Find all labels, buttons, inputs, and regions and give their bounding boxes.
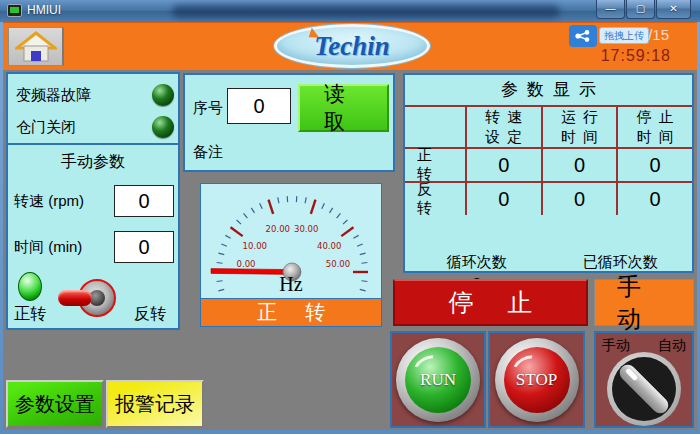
toggle-lever — [58, 290, 92, 306]
brand-logo-text: Techin — [314, 31, 390, 62]
cell-fwd-stoptime: 0 — [616, 147, 692, 181]
gauge-dial: 0.0010.0020.0030.0040.0050.00 Hz — [201, 184, 381, 298]
door-closed-row: 仓门关闭 — [16, 115, 174, 139]
mode-switch-panel: 手动 自动 — [594, 331, 694, 428]
speed-label: 转速 (rpm) — [14, 192, 84, 211]
mode-rotary-switch[interactable] — [607, 352, 681, 426]
home-button[interactable] — [8, 27, 64, 66]
switch-auto-label: 自动 — [658, 337, 686, 355]
cloud-share-icon[interactable] — [569, 25, 597, 47]
col-header-line: 运行 — [554, 107, 605, 127]
col-header-runtime: 运行 时间 — [541, 105, 617, 147]
gauge-unit-label: Hz — [201, 273, 381, 296]
brand-logo: Techin — [274, 24, 430, 68]
panel-divider — [8, 143, 178, 145]
serial-label: 序号 — [193, 99, 223, 118]
main-content: Techin 拖拽上传 /15 17:59:18 变频器故障 仓门关闭 — [3, 22, 697, 430]
reverse-label: 反转 — [134, 304, 166, 325]
forward-label: 正转 — [14, 304, 46, 325]
read-button[interactable]: 读取 — [298, 84, 389, 132]
time-field-row: 时间 (min) 0 — [14, 230, 174, 264]
inverter-fault-indicator — [152, 84, 174, 106]
stop-button-cap: STOP — [504, 347, 570, 413]
cell-rev-stoptime: 0 — [616, 181, 692, 215]
stop-button-panel: STOP — [488, 331, 585, 428]
header-bar: Techin 拖拽上传 /15 17:59:18 — [3, 22, 697, 70]
row-label-forward: 正转 — [405, 147, 465, 181]
table-corner-cell — [405, 105, 465, 147]
svg-text:10.00: 10.00 — [243, 241, 267, 251]
title-bar: HMIUI — ▢ ✕ — [0, 0, 700, 22]
param-display-panel: 参数显示 转速 设定 运行 时间 停止 时间 正转 0 0 0 — [403, 73, 694, 273]
close-button[interactable]: ✕ — [656, 0, 691, 19]
inverter-fault-label: 变频器故障 — [16, 86, 91, 105]
speed-input[interactable]: 0 — [114, 185, 174, 217]
minimize-button[interactable]: — — [596, 0, 625, 19]
time-input[interactable]: 0 — [114, 231, 174, 263]
direction-toggle-switch[interactable] — [58, 278, 116, 318]
alarm-record-button[interactable]: 报警记录 — [106, 380, 204, 428]
app-icon — [7, 4, 22, 17]
window-controls: — ▢ ✕ — [595, 0, 691, 19]
rotary-handle — [616, 361, 671, 416]
row-label-reverse: 反转 — [405, 181, 465, 215]
cell-fwd-speed: 0 — [465, 147, 541, 181]
col-header-line: 设定 — [478, 127, 529, 147]
col-header-line: 时间 — [630, 127, 681, 147]
door-closed-indicator — [152, 116, 174, 138]
cycle-count-label: 循环次数 — [405, 253, 549, 272]
manual-mode-button[interactable]: 手动 — [594, 279, 694, 326]
run-button-panel: RUN — [390, 331, 486, 428]
cell-rev-runtime: 0 — [541, 181, 617, 215]
svg-text:50.00: 50.00 — [326, 259, 350, 269]
col-header-stoptime: 停止 时间 — [616, 105, 692, 147]
cycled-count-label: 已循环次数 — [549, 253, 693, 272]
cell-rev-speed: 0 — [465, 181, 541, 215]
svg-text:40.00: 40.00 — [317, 241, 341, 251]
param-table: 转速 设定 运行 时间 停止 时间 正转 0 0 0 反转 0 0 0 — [405, 105, 692, 215]
home-icon — [15, 31, 57, 63]
page-indicator: /15 — [648, 26, 669, 43]
drag-upload-button[interactable]: 拖拽上传 — [599, 27, 649, 44]
blurred-path-text — [172, 5, 560, 18]
forward-run-led — [18, 272, 42, 301]
app-window: HMIUI — ▢ ✕ Techin — [0, 0, 700, 434]
switch-manual-label: 手动 — [602, 337, 630, 355]
speed-field-row: 转速 (rpm) 0 — [14, 184, 174, 218]
inverter-fault-row: 变频器故障 — [16, 83, 174, 107]
window-title: HMIUI — [27, 3, 61, 17]
stop-push-button[interactable]: STOP — [495, 338, 579, 422]
share-glyph — [574, 29, 592, 43]
frequency-gauge: 0.0010.0020.0030.0040.0050.00 Hz 正转 — [200, 183, 382, 327]
param-settings-button[interactable]: 参数设置 — [6, 380, 104, 428]
col-header-speed: 转速 设定 — [465, 105, 541, 147]
direction-banner: 正转 — [201, 298, 381, 326]
svg-text:0.00: 0.00 — [237, 259, 256, 269]
rotary-inner — [612, 357, 676, 421]
status-manual-panel: 变频器故障 仓门关闭 手动参数 转速 (rpm) 0 时间 (min) 0 — [6, 72, 180, 330]
clock-display: 17:59:18 — [601, 47, 671, 65]
col-header-line: 时间 — [554, 127, 605, 147]
manual-params-title: 手动参数 — [8, 152, 178, 173]
run-button[interactable]: RUN — [396, 338, 480, 422]
maximize-button[interactable]: ▢ — [626, 0, 655, 19]
col-header-line: 停止 — [630, 107, 681, 127]
run-button-cap: RUN — [405, 347, 471, 413]
param-table-title: 参数显示 — [405, 75, 692, 105]
col-header-line: 转速 — [478, 107, 529, 127]
stop-mode-button[interactable]: 停止 — [393, 279, 588, 326]
serial-input[interactable]: 0 — [227, 88, 291, 124]
time-label: 时间 (min) — [14, 238, 82, 257]
svg-text:20.00: 20.00 — [266, 224, 290, 234]
remark-label: 备注 — [193, 143, 223, 162]
cell-fwd-runtime: 0 — [541, 147, 617, 181]
svg-text:30.00: 30.00 — [294, 224, 318, 234]
record-read-panel: 序号 0 读取 备注 — [183, 73, 395, 172]
door-closed-label: 仓门关闭 — [16, 118, 76, 137]
